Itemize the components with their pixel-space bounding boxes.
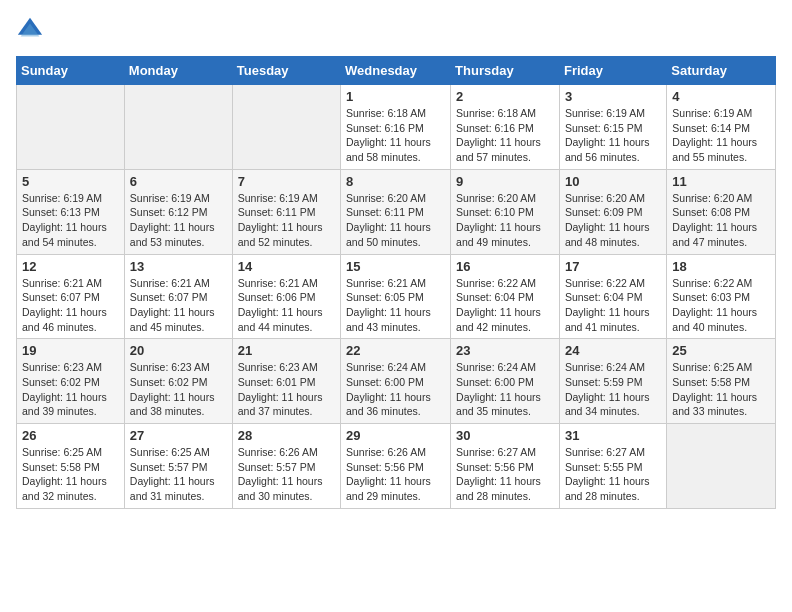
calendar-cell: 18Sunrise: 6:22 AM Sunset: 6:03 PM Dayli… (667, 254, 776, 339)
day-info: Sunrise: 6:26 AM Sunset: 5:56 PM Dayligh… (346, 445, 445, 504)
day-info: Sunrise: 6:18 AM Sunset: 6:16 PM Dayligh… (456, 106, 554, 165)
calendar-cell (124, 85, 232, 170)
calendar-cell: 19Sunrise: 6:23 AM Sunset: 6:02 PM Dayli… (17, 339, 125, 424)
calendar-cell: 9Sunrise: 6:20 AM Sunset: 6:10 PM Daylig… (451, 169, 560, 254)
day-info: Sunrise: 6:27 AM Sunset: 5:56 PM Dayligh… (456, 445, 554, 504)
day-number: 23 (456, 343, 554, 358)
day-number: 1 (346, 89, 445, 104)
day-info: Sunrise: 6:20 AM Sunset: 6:08 PM Dayligh… (672, 191, 770, 250)
calendar-cell: 27Sunrise: 6:25 AM Sunset: 5:57 PM Dayli… (124, 424, 232, 509)
day-number: 30 (456, 428, 554, 443)
day-number: 25 (672, 343, 770, 358)
day-of-week-header: Wednesday (341, 57, 451, 85)
day-info: Sunrise: 6:24 AM Sunset: 5:59 PM Dayligh… (565, 360, 661, 419)
calendar-cell: 31Sunrise: 6:27 AM Sunset: 5:55 PM Dayli… (559, 424, 666, 509)
day-number: 16 (456, 259, 554, 274)
day-info: Sunrise: 6:22 AM Sunset: 6:03 PM Dayligh… (672, 276, 770, 335)
day-info: Sunrise: 6:23 AM Sunset: 6:02 PM Dayligh… (130, 360, 227, 419)
day-number: 13 (130, 259, 227, 274)
calendar-cell (232, 85, 340, 170)
day-number: 7 (238, 174, 335, 189)
calendar-cell: 21Sunrise: 6:23 AM Sunset: 6:01 PM Dayli… (232, 339, 340, 424)
day-info: Sunrise: 6:22 AM Sunset: 6:04 PM Dayligh… (456, 276, 554, 335)
day-of-week-header: Sunday (17, 57, 125, 85)
calendar-week-row: 5Sunrise: 6:19 AM Sunset: 6:13 PM Daylig… (17, 169, 776, 254)
calendar-cell: 22Sunrise: 6:24 AM Sunset: 6:00 PM Dayli… (341, 339, 451, 424)
logo-icon (16, 16, 44, 44)
day-info: Sunrise: 6:21 AM Sunset: 6:07 PM Dayligh… (22, 276, 119, 335)
day-number: 24 (565, 343, 661, 358)
day-info: Sunrise: 6:25 AM Sunset: 5:57 PM Dayligh… (130, 445, 227, 504)
day-of-week-header: Monday (124, 57, 232, 85)
day-number: 28 (238, 428, 335, 443)
day-number: 3 (565, 89, 661, 104)
calendar-cell: 29Sunrise: 6:26 AM Sunset: 5:56 PM Dayli… (341, 424, 451, 509)
calendar-cell: 14Sunrise: 6:21 AM Sunset: 6:06 PM Dayli… (232, 254, 340, 339)
day-info: Sunrise: 6:20 AM Sunset: 6:09 PM Dayligh… (565, 191, 661, 250)
calendar-cell (667, 424, 776, 509)
day-number: 14 (238, 259, 335, 274)
day-number: 4 (672, 89, 770, 104)
day-of-week-header: Friday (559, 57, 666, 85)
day-of-week-header: Tuesday (232, 57, 340, 85)
day-info: Sunrise: 6:20 AM Sunset: 6:11 PM Dayligh… (346, 191, 445, 250)
day-of-week-header: Thursday (451, 57, 560, 85)
calendar-cell: 5Sunrise: 6:19 AM Sunset: 6:13 PM Daylig… (17, 169, 125, 254)
day-info: Sunrise: 6:21 AM Sunset: 6:05 PM Dayligh… (346, 276, 445, 335)
page-header (16, 16, 776, 44)
day-number: 26 (22, 428, 119, 443)
day-of-week-header: Saturday (667, 57, 776, 85)
day-info: Sunrise: 6:21 AM Sunset: 6:06 PM Dayligh… (238, 276, 335, 335)
calendar-cell: 17Sunrise: 6:22 AM Sunset: 6:04 PM Dayli… (559, 254, 666, 339)
day-info: Sunrise: 6:25 AM Sunset: 5:58 PM Dayligh… (22, 445, 119, 504)
calendar-cell: 30Sunrise: 6:27 AM Sunset: 5:56 PM Dayli… (451, 424, 560, 509)
day-info: Sunrise: 6:20 AM Sunset: 6:10 PM Dayligh… (456, 191, 554, 250)
calendar-cell: 11Sunrise: 6:20 AM Sunset: 6:08 PM Dayli… (667, 169, 776, 254)
calendar-cell: 20Sunrise: 6:23 AM Sunset: 6:02 PM Dayli… (124, 339, 232, 424)
day-number: 20 (130, 343, 227, 358)
day-info: Sunrise: 6:25 AM Sunset: 5:58 PM Dayligh… (672, 360, 770, 419)
calendar-cell: 8Sunrise: 6:20 AM Sunset: 6:11 PM Daylig… (341, 169, 451, 254)
day-number: 21 (238, 343, 335, 358)
calendar-cell: 28Sunrise: 6:26 AM Sunset: 5:57 PM Dayli… (232, 424, 340, 509)
calendar-cell: 23Sunrise: 6:24 AM Sunset: 6:00 PM Dayli… (451, 339, 560, 424)
day-info: Sunrise: 6:18 AM Sunset: 6:16 PM Dayligh… (346, 106, 445, 165)
calendar-week-row: 12Sunrise: 6:21 AM Sunset: 6:07 PM Dayli… (17, 254, 776, 339)
calendar-cell: 26Sunrise: 6:25 AM Sunset: 5:58 PM Dayli… (17, 424, 125, 509)
calendar-cell: 24Sunrise: 6:24 AM Sunset: 5:59 PM Dayli… (559, 339, 666, 424)
day-number: 8 (346, 174, 445, 189)
calendar-week-row: 19Sunrise: 6:23 AM Sunset: 6:02 PM Dayli… (17, 339, 776, 424)
day-number: 12 (22, 259, 119, 274)
day-info: Sunrise: 6:23 AM Sunset: 6:02 PM Dayligh… (22, 360, 119, 419)
calendar-cell: 10Sunrise: 6:20 AM Sunset: 6:09 PM Dayli… (559, 169, 666, 254)
day-info: Sunrise: 6:22 AM Sunset: 6:04 PM Dayligh… (565, 276, 661, 335)
calendar-cell: 1Sunrise: 6:18 AM Sunset: 6:16 PM Daylig… (341, 85, 451, 170)
day-number: 10 (565, 174, 661, 189)
day-info: Sunrise: 6:23 AM Sunset: 6:01 PM Dayligh… (238, 360, 335, 419)
day-info: Sunrise: 6:24 AM Sunset: 6:00 PM Dayligh… (346, 360, 445, 419)
day-info: Sunrise: 6:19 AM Sunset: 6:11 PM Dayligh… (238, 191, 335, 250)
day-number: 5 (22, 174, 119, 189)
calendar-week-row: 1Sunrise: 6:18 AM Sunset: 6:16 PM Daylig… (17, 85, 776, 170)
day-number: 29 (346, 428, 445, 443)
day-info: Sunrise: 6:19 AM Sunset: 6:14 PM Dayligh… (672, 106, 770, 165)
calendar-cell: 4Sunrise: 6:19 AM Sunset: 6:14 PM Daylig… (667, 85, 776, 170)
day-number: 15 (346, 259, 445, 274)
calendar-table: SundayMondayTuesdayWednesdayThursdayFrid… (16, 56, 776, 509)
day-number: 6 (130, 174, 227, 189)
calendar-cell: 7Sunrise: 6:19 AM Sunset: 6:11 PM Daylig… (232, 169, 340, 254)
calendar-cell: 25Sunrise: 6:25 AM Sunset: 5:58 PM Dayli… (667, 339, 776, 424)
calendar-cell: 13Sunrise: 6:21 AM Sunset: 6:07 PM Dayli… (124, 254, 232, 339)
day-info: Sunrise: 6:27 AM Sunset: 5:55 PM Dayligh… (565, 445, 661, 504)
day-number: 11 (672, 174, 770, 189)
calendar-header-row: SundayMondayTuesdayWednesdayThursdayFrid… (17, 57, 776, 85)
logo (16, 16, 48, 44)
day-number: 2 (456, 89, 554, 104)
day-number: 22 (346, 343, 445, 358)
calendar-cell: 6Sunrise: 6:19 AM Sunset: 6:12 PM Daylig… (124, 169, 232, 254)
day-number: 18 (672, 259, 770, 274)
day-info: Sunrise: 6:19 AM Sunset: 6:15 PM Dayligh… (565, 106, 661, 165)
day-info: Sunrise: 6:19 AM Sunset: 6:13 PM Dayligh… (22, 191, 119, 250)
calendar-cell: 16Sunrise: 6:22 AM Sunset: 6:04 PM Dayli… (451, 254, 560, 339)
day-number: 27 (130, 428, 227, 443)
